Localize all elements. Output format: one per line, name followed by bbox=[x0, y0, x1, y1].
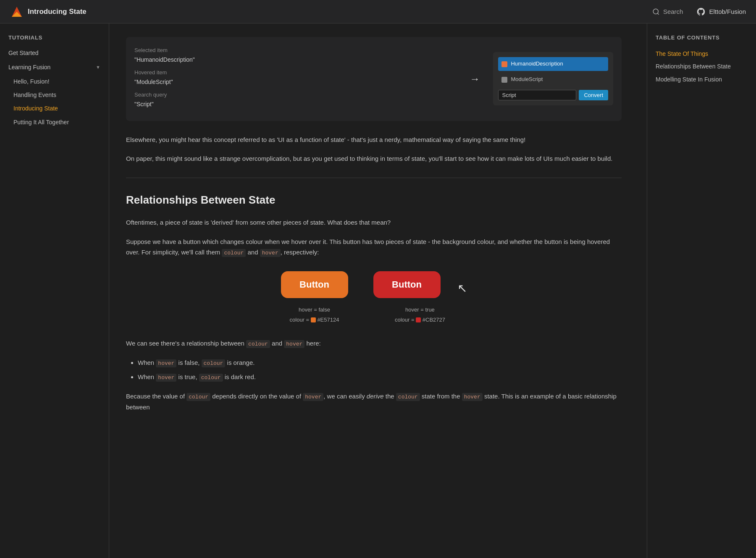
wcs-mid1: and bbox=[270, 340, 284, 347]
sidebar-sub-item-putting-together[interactable]: Putting It All Together bbox=[0, 115, 109, 129]
github-link[interactable]: Elttob/Fusion bbox=[696, 7, 746, 17]
rel-para-2-mid: and bbox=[246, 249, 260, 256]
sidebar-sub-item-handling-events-label: Handling Events bbox=[13, 92, 56, 98]
para-2-text: On paper, this might sound like a strang… bbox=[126, 155, 612, 162]
sidebar-item-learning-fusion-label: Learning Fusion bbox=[8, 63, 50, 72]
divider bbox=[126, 178, 622, 178]
para-1: Elsewhere, you might hear this concept r… bbox=[126, 134, 622, 145]
demo-area-top: Selected item "HumanoidDescription" Hove… bbox=[126, 37, 622, 121]
red-button[interactable]: Button bbox=[373, 271, 441, 298]
selected-item-line: Selected item "HumanoidDescription" bbox=[134, 45, 456, 64]
sidebar-sub-item-handling-events[interactable]: Handling Events bbox=[0, 88, 109, 102]
svg-line-3 bbox=[657, 13, 659, 14]
para-1-text: Elsewhere, you might hear this concept r… bbox=[126, 136, 525, 143]
bullet-list: When hover is false, colour is orange. W… bbox=[138, 357, 622, 382]
because-code2: hover bbox=[303, 393, 323, 401]
relationships-para-2: Suppose we have a button which changes c… bbox=[126, 236, 622, 258]
btn1-info: hover = false colour = #E57124 bbox=[290, 305, 339, 325]
button-demo-row: Button hover = false colour = #E57124 Bu… bbox=[126, 271, 622, 325]
main-content: Selected item "HumanoidDescription" Hove… bbox=[109, 24, 638, 435]
rel-para-2-before: Suppose we have a button which changes c… bbox=[126, 238, 610, 256]
hovered-item-label: Hovered item bbox=[134, 69, 167, 76]
b1-mid: is false, bbox=[176, 359, 201, 366]
because-after3: state from the bbox=[420, 393, 462, 400]
github-label: Elttob/Fusion bbox=[709, 7, 746, 17]
btn1-swatch bbox=[311, 317, 316, 322]
sidebar-item-get-started-label: Get Started bbox=[8, 48, 39, 58]
b2-after: is dark red. bbox=[223, 373, 256, 380]
wcs-after: here: bbox=[304, 340, 320, 347]
because-before: Because the value of bbox=[126, 393, 186, 400]
rel-para-2-after: , respectively: bbox=[281, 249, 319, 256]
tutorials-label: Tutorials bbox=[0, 34, 109, 46]
arrow-icon: → bbox=[470, 71, 480, 87]
search-query-value: "Script" bbox=[134, 101, 154, 107]
btn1-colour-text: colour = bbox=[290, 317, 311, 323]
sidebar-sub-item-hello-fusion-label: Hello, Fusion! bbox=[13, 78, 50, 85]
search-button[interactable]: Search bbox=[652, 7, 683, 17]
btn2-swatch bbox=[416, 317, 421, 322]
sidebar-item-get-started[interactable]: Get Started bbox=[0, 46, 109, 60]
sidebar-sub-item-putting-together-label: Putting It All Together bbox=[13, 119, 69, 126]
because-after: , we can easily bbox=[323, 393, 367, 400]
relationships-para-1-text: Oftentimes, a piece of state is 'derived… bbox=[126, 219, 391, 226]
item-2-icon bbox=[501, 77, 507, 83]
b2-code: hover bbox=[156, 374, 176, 382]
header-title: Introducing State bbox=[28, 6, 87, 17]
toc-item-state-of-things[interactable]: The State Of Things bbox=[656, 47, 748, 60]
hovered-item-line: Hovered item "ModuleScript" bbox=[134, 68, 456, 86]
wcs-code2: hover bbox=[284, 340, 304, 348]
we-can-see-para: We can see there's a relationship betwee… bbox=[126, 338, 622, 349]
derive-em: derive bbox=[367, 393, 384, 400]
because-code1: colour bbox=[186, 393, 210, 401]
demo-left: Selected item "HumanoidDescription" Hove… bbox=[134, 45, 456, 113]
because-code4: hover bbox=[462, 393, 483, 401]
demo-search-input[interactable] bbox=[498, 90, 576, 100]
demo-right: HumanoidDescription ModuleScript Convert bbox=[493, 52, 613, 105]
search-query-line: Search query "Script" bbox=[134, 90, 456, 109]
because-mid: depends directly on the value of bbox=[210, 393, 303, 400]
selected-item-value: "HumanoidDescription" bbox=[134, 56, 195, 63]
sidebar-item-learning-fusion[interactable]: Learning Fusion ▼ bbox=[0, 60, 109, 74]
because-after2: the bbox=[384, 393, 396, 400]
demo-search-row: Convert bbox=[498, 90, 608, 100]
search-label: Search bbox=[663, 7, 683, 17]
b1-before: When bbox=[138, 359, 156, 366]
item-1-icon bbox=[501, 61, 507, 67]
because-code3: colour bbox=[396, 393, 420, 401]
btn2-colour-text: colour = bbox=[395, 317, 416, 323]
b1-after: is orange. bbox=[225, 359, 255, 366]
logo-icon bbox=[10, 5, 24, 18]
btn2-info: hover = true colour = #CB2727 bbox=[395, 305, 445, 325]
sidebar-sub-item-introducing-state[interactable]: Introducing State bbox=[0, 102, 109, 115]
colour-code-1: colour bbox=[222, 249, 246, 257]
header: Introducing State Search Elttob/Fusion bbox=[0, 0, 756, 24]
b2-mid: is true, bbox=[176, 373, 199, 380]
orange-button[interactable]: Button bbox=[281, 271, 348, 298]
b1-code2: colour bbox=[202, 359, 226, 367]
button-demo-col-2: Button ↖ hover = true colour = #CB2727 bbox=[373, 271, 467, 325]
search-icon bbox=[652, 8, 660, 16]
toc-item-relationships[interactable]: Relationships Between State bbox=[656, 60, 748, 73]
logo-link[interactable]: Introducing State bbox=[10, 5, 87, 18]
convert-button[interactable]: Convert bbox=[579, 90, 608, 100]
sidebar-sub-item-hello-fusion[interactable]: Hello, Fusion! bbox=[0, 75, 109, 88]
cursor-icon: ↖ bbox=[457, 279, 467, 298]
btn1-hover-text: hover = false bbox=[299, 307, 330, 313]
sidebar-sub-item-introducing-state-label: Introducing State bbox=[13, 105, 58, 112]
github-icon bbox=[696, 7, 706, 16]
toc-item-modelling[interactable]: Modelling State In Fusion bbox=[656, 73, 748, 86]
relationships-para-1: Oftentimes, a piece of state is 'derived… bbox=[126, 217, 622, 228]
toc-title: Table of contents bbox=[656, 34, 748, 42]
hovered-item-value: "ModuleScript" bbox=[134, 79, 173, 85]
bullet-item-1: When hover is false, colour is orange. bbox=[138, 357, 622, 368]
wcs-code1: colour bbox=[246, 340, 270, 348]
sidebar: Tutorials Get Started Learning Fusion ▼ … bbox=[0, 24, 109, 435]
b2-before: When bbox=[138, 373, 156, 380]
bullet-item-2: When hover is true, colour is dark red. bbox=[138, 372, 622, 382]
toc: Table of contents The State Of Things Re… bbox=[647, 24, 756, 435]
wcs-before: We can see there's a relationship betwee… bbox=[126, 340, 246, 347]
selected-item-label: Selected item bbox=[134, 47, 168, 53]
search-query-label: Search query bbox=[134, 92, 167, 98]
demo-list-item-1: HumanoidDescription bbox=[498, 57, 608, 71]
